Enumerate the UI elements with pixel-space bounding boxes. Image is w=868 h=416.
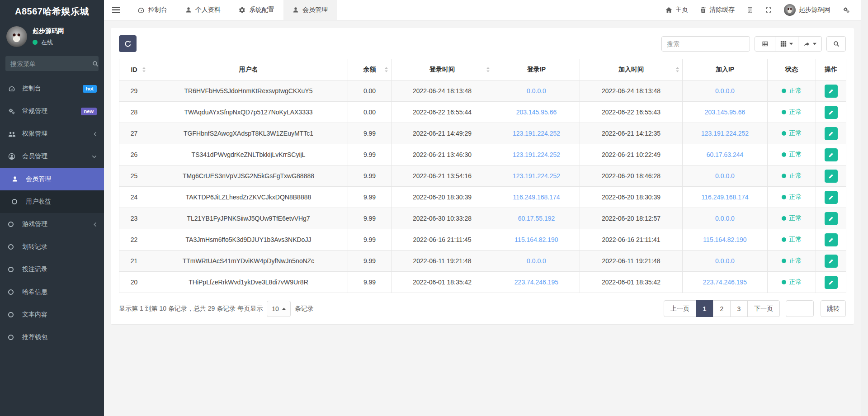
ip-link[interactable]: 0.0.0.0 [527,257,546,265]
ip-link[interactable]: 0.0.0.0 [527,87,546,95]
edit-button[interactable] [825,233,838,246]
sidebar-item-游戏管理[interactable]: 游戏管理 [0,213,104,236]
tab-会员管理[interactable]: 会员管理 [283,0,337,20]
ip-link[interactable]: 203.145.95.66 [516,109,557,116]
advanced-search-button[interactable] [826,36,846,52]
table-search-input[interactable] [661,36,750,52]
tab-个人资料[interactable]: 个人资料 [176,0,230,20]
page-button-1[interactable]: 1 [696,300,713,317]
status-badge: 正常 [782,129,802,137]
cell-username: THiPpLfzeRrkWvd1ykDve3L8di7vW9Ur8R [149,272,348,293]
column-header-余额[interactable]: 余额 [348,59,392,80]
sidebar-subitem-会员管理[interactable]: 会员管理 [0,168,104,190]
edit-button[interactable] [825,127,838,140]
column-label: ID [131,66,137,73]
column-header-ID[interactable]: ID [119,59,149,80]
ip-link[interactable]: 0.0.0.0 [715,215,735,222]
status-badge: 正常 [782,108,802,116]
column-header-加入时间[interactable]: 加入时间 [580,59,683,80]
chevron-down-icon [92,155,97,158]
clear-cache-link[interactable]: 清除缓存 [700,6,735,14]
ip-link[interactable]: 123.191.224.252 [513,130,560,137]
status-badge: 正常 [782,87,802,95]
scrollbar-track[interactable] [861,0,868,416]
fullscreen-button[interactable] [765,7,772,13]
ip-link[interactable]: 0.0.0.0 [715,172,735,180]
ip-link[interactable]: 203.145.95.66 [705,109,745,116]
tab-系统配置[interactable]: 系统配置 [230,0,283,20]
edit-button[interactable] [825,170,838,183]
page-size-dropdown[interactable]: 10 [267,301,291,317]
ip-link[interactable]: 123.191.224.252 [513,151,560,158]
page-button-2[interactable]: 2 [713,300,731,317]
edit-button[interactable] [825,212,838,225]
toggle-view-button[interactable] [755,36,775,52]
sort-icons[interactable] [142,67,146,72]
ip-link[interactable]: 115.164.82.190 [514,236,558,243]
edit-button[interactable] [825,255,838,268]
ip-link[interactable]: 123.191.224.252 [513,172,560,180]
sidebar-toggle-button[interactable] [104,0,128,20]
sidebar-item-投注记录[interactable]: 投注记录 [0,258,104,281]
export-button[interactable] [798,36,822,52]
sidebar-item-文本内容[interactable]: 文本内容 [0,303,104,326]
refresh-button[interactable] [119,35,137,52]
jump-button[interactable]: 跳转 [821,300,846,317]
ip-link[interactable]: 60.17.55.192 [518,215,555,222]
column-label: 余额 [363,66,376,73]
ip-link[interactable]: 116.249.168.174 [513,194,560,201]
columns-button[interactable] [775,36,798,52]
edit-button[interactable] [825,106,838,119]
ip-link[interactable]: 0.0.0.0 [715,87,735,95]
settings-button[interactable] [843,7,850,14]
cell-status: 正常 [768,123,816,144]
search-icon[interactable] [92,61,99,67]
sidebar-item-权限管理[interactable]: 权限管理 [0,123,104,145]
tab-控制台[interactable]: 控制台 [128,0,176,20]
edit-button[interactable] [825,276,838,289]
edit-button[interactable] [825,85,838,98]
column-header-登录时间[interactable]: 登录时间 [392,59,493,80]
user-menu[interactable]: 起步源码网 [784,4,830,16]
ip-link[interactable]: 223.74.246.195 [514,279,558,286]
sort-icons[interactable] [486,67,490,72]
cell-id: 20 [119,272,149,293]
edit-button[interactable] [825,148,838,161]
sidebar-item-推荐钱包[interactable]: 推荐钱包 [0,326,104,349]
main-content: ID用户名余额登录时间登录IP加入时间加入IP状态操作 29TR6HVFbHv5… [104,20,861,332]
user-status: 在线 [33,38,64,47]
list-icon [762,41,769,47]
column-header-操作: 操作 [816,59,846,80]
jump-page-input[interactable] [786,300,814,317]
ip-link[interactable]: 123.191.224.252 [701,130,749,137]
cell-status: 正常 [768,251,816,272]
cell-action [816,144,846,165]
ip-link[interactable]: 0.0.0.0 [715,257,735,265]
ip-link[interactable]: 116.249.168.174 [701,194,748,201]
nav-tabs: 控制台个人资料系统配置会员管理 [128,0,337,20]
menu-search-input[interactable] [10,60,92,67]
page-button-上一页[interactable]: 上一页 [664,300,696,317]
edit-button[interactable] [825,191,838,204]
log-button[interactable] [747,7,753,14]
ip-link[interactable]: 60.17.63.244 [707,151,744,158]
cell-login_time: 2022-06-11 19:21:48 [392,251,493,272]
sort-icons[interactable] [385,67,388,72]
sidebar-item-label: 划转记录 [22,243,47,251]
sidebar-item-控制台[interactable]: 控制台hot [0,77,104,100]
page-button-3[interactable]: 3 [730,300,748,317]
grid-icon [780,41,787,47]
sidebar-subitem-用户收益[interactable]: 用户收益 [0,190,104,213]
sort-icons[interactable] [676,67,679,72]
ip-link[interactable]: 115.164.82.190 [703,236,746,243]
ip-link[interactable]: 223.74.246.195 [703,279,747,286]
cell-join_time: 2022-06-11 19:21:48 [580,251,683,272]
cell-join_time: 2022-06-20 18:30:39 [580,187,683,208]
page-button-下一页[interactable]: 下一页 [747,300,780,317]
sidebar-item-常规管理[interactable]: 常规管理new [0,100,104,123]
sidebar-item-会员管理[interactable]: 会员管理 [0,145,104,168]
cell-login_ip: 123.191.224.252 [493,165,580,187]
sidebar-item-哈希信息[interactable]: 哈希信息 [0,281,104,303]
home-link[interactable]: 主页 [665,6,688,14]
sidebar-item-划转记录[interactable]: 划转记录 [0,236,104,258]
